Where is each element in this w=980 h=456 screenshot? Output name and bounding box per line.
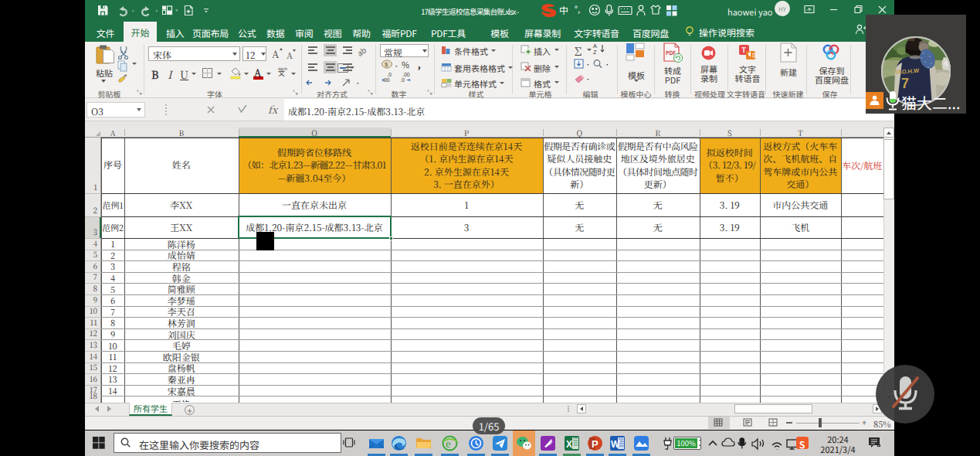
svg-text:fx: fx: [268, 102, 279, 117]
svg-text:°,: °,: [575, 2, 580, 15]
svg-text:.0: .0: [400, 76, 405, 83]
svg-text:T: T: [742, 45, 747, 55]
svg-text:Z: Z: [593, 49, 597, 56]
svg-text:$: $: [385, 60, 388, 68]
svg-text:P: P: [592, 438, 599, 450]
svg-text:中: 中: [559, 3, 568, 16]
svg-text:7: 7: [901, 76, 909, 91]
svg-text:W: W: [611, 439, 620, 450]
svg-text:%: %: [402, 58, 409, 70]
svg-text:,: ,: [418, 56, 421, 71]
svg-text:X: X: [566, 439, 572, 450]
